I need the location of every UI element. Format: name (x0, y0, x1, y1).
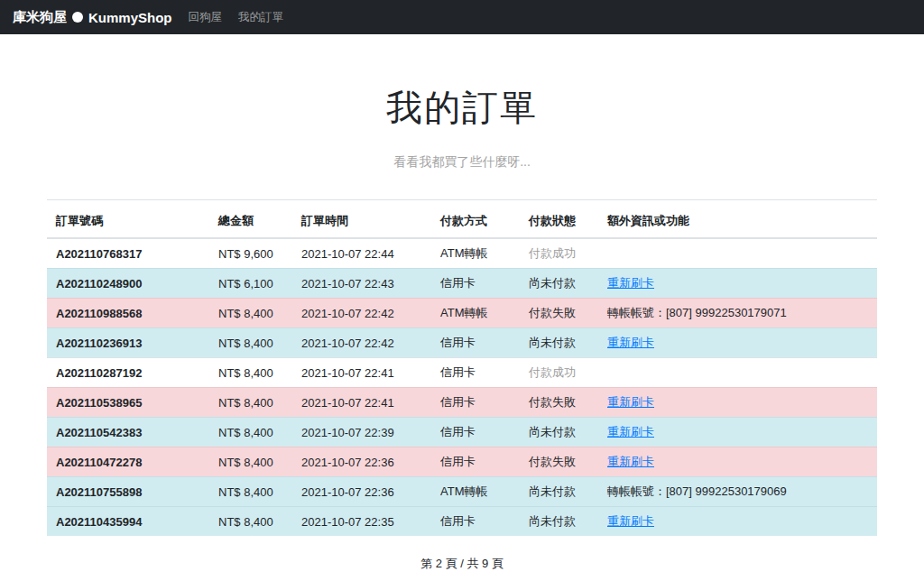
order-time-cell: 2021-10-07 22:42 (292, 299, 431, 328)
extra-cell: 重新刷卡 (598, 418, 877, 447)
amount-cell: NT$ 6,100 (209, 269, 292, 299)
extra-cell: 重新刷卡 (598, 507, 877, 537)
brand-logo-icon (72, 12, 83, 23)
table-row: A202110768317NT$ 9,6002021-10-07 22:44AT… (47, 238, 877, 269)
amount-cell: NT$ 8,400 (209, 418, 292, 447)
table-row: A202110248900NT$ 6,1002021-10-07 22:43信用… (47, 269, 877, 299)
page-subtitle: 看看我都買了些什麼呀... (0, 154, 924, 171)
header-order-time: 訂單時間 (292, 200, 431, 239)
nav-link-home[interactable]: 回狗屋 (189, 10, 223, 25)
amount-cell: NT$ 8,400 (209, 477, 292, 507)
table-row: A202110435994NT$ 8,4002021-10-07 22:35信用… (47, 507, 877, 537)
amount-cell: NT$ 8,400 (209, 507, 292, 537)
order-id-cell: A202110435994 (47, 507, 209, 537)
order-time-cell: 2021-10-07 22:41 (292, 358, 431, 388)
extra-cell (598, 358, 877, 388)
retry-card-link[interactable]: 重新刷卡 (607, 425, 654, 438)
payment-method-cell: 信用卡 (431, 418, 520, 447)
order-id-cell: A202110755898 (47, 477, 209, 507)
payment-status-cell: 付款失敗 (520, 299, 598, 328)
brand-text-left: 庫米狗屋 (13, 9, 67, 26)
page-summary: 第 2 頁 / 共 9 頁 (0, 556, 924, 572)
table-row: A202110236913NT$ 8,4002021-10-07 22:42信用… (47, 328, 877, 358)
orders-table-head: 訂單號碼 總金額 訂單時間 付款方式 付款狀態 額外資訊或功能 (47, 200, 877, 239)
amount-cell: NT$ 8,400 (209, 358, 292, 388)
retry-card-link[interactable]: 重新刷卡 (607, 336, 654, 349)
payment-method-cell: 信用卡 (431, 447, 520, 477)
amount-cell: NT$ 8,400 (209, 299, 292, 328)
payment-status-cell: 尚未付款 (520, 507, 598, 537)
order-time-cell: 2021-10-07 22:41 (292, 388, 431, 418)
brand-link[interactable]: 庫米狗屋 KummyShop (13, 9, 172, 26)
brand-text-right: KummyShop (88, 10, 172, 25)
header-payment-method: 付款方式 (431, 200, 520, 239)
order-time-cell: 2021-10-07 22:36 (292, 447, 431, 477)
extra-cell: 重新刷卡 (598, 447, 877, 477)
order-id-cell: A202110538965 (47, 388, 209, 418)
payment-status-cell: 付款成功 (520, 358, 598, 388)
order-id-cell: A202110988568 (47, 299, 209, 328)
order-id-cell: A202110248900 (47, 269, 209, 299)
header-amount: 總金額 (209, 200, 292, 239)
payment-method-cell: 信用卡 (431, 328, 520, 358)
extra-cell: 轉帳帳號：[807] 99922530179071 (598, 299, 877, 328)
payment-status-cell: 付款失敗 (520, 447, 598, 477)
order-time-cell: 2021-10-07 22:35 (292, 507, 431, 537)
navbar: 庫米狗屋 KummyShop 回狗屋 我的訂單 (0, 0, 924, 34)
header-order-id: 訂單號碼 (47, 200, 209, 239)
extra-cell: 重新刷卡 (598, 269, 877, 299)
retry-card-link[interactable]: 重新刷卡 (607, 514, 654, 528)
payment-status-cell: 付款失敗 (520, 388, 598, 418)
order-time-cell: 2021-10-07 22:36 (292, 477, 431, 507)
table-row: A202110538965NT$ 8,4002021-10-07 22:41信用… (47, 388, 877, 418)
extra-cell: 轉帳帳號：[807] 99922530179069 (598, 477, 877, 507)
payment-status-cell: 尚未付款 (520, 477, 598, 507)
order-id-cell: A202110768317 (47, 238, 209, 269)
payment-method-cell: ATM轉帳 (431, 299, 520, 328)
order-id-cell: A202110236913 (47, 328, 209, 358)
retry-card-link[interactable]: 重新刷卡 (607, 276, 654, 290)
table-row: A202110542383NT$ 8,4002021-10-07 22:39信用… (47, 418, 877, 447)
orders-table-wrap: 訂單號碼 總金額 訂單時間 付款方式 付款狀態 額外資訊或功能 A2021107… (47, 199, 877, 536)
payment-status-cell: 尚未付款 (520, 269, 598, 299)
orders-tbody: A202110768317NT$ 9,6002021-10-07 22:44AT… (47, 238, 877, 536)
table-row: A202110755898NT$ 8,4002021-10-07 22:36AT… (47, 477, 877, 507)
nav-links: 回狗屋 我的訂單 (189, 10, 284, 25)
extra-cell: 重新刷卡 (598, 388, 877, 418)
order-time-cell: 2021-10-07 22:43 (292, 269, 431, 299)
order-time-cell: 2021-10-07 22:39 (292, 418, 431, 447)
order-id-cell: A202110542383 (47, 418, 209, 447)
retry-card-link[interactable]: 重新刷卡 (607, 455, 654, 468)
page-title: 我的訂單 (0, 83, 924, 133)
payment-method-cell: 信用卡 (431, 358, 520, 388)
table-row: A202110287192NT$ 8,4002021-10-07 22:41信用… (47, 358, 877, 388)
header-row: 訂單號碼 總金額 訂單時間 付款方式 付款狀態 額外資訊或功能 (47, 200, 877, 239)
table-row: A202110988568NT$ 8,4002021-10-07 22:42AT… (47, 299, 877, 328)
payment-status-cell: 尚未付款 (520, 418, 598, 447)
extra-cell: 重新刷卡 (598, 328, 877, 358)
orders-table: 訂單號碼 總金額 訂單時間 付款方式 付款狀態 額外資訊或功能 A2021107… (47, 199, 877, 536)
order-time-cell: 2021-10-07 22:44 (292, 238, 431, 269)
payment-status-cell: 尚未付款 (520, 328, 598, 358)
payment-method-cell: ATM轉帳 (431, 477, 520, 507)
nav-link-my-orders[interactable]: 我的訂單 (238, 10, 283, 25)
payment-method-cell: 信用卡 (431, 388, 520, 418)
payment-method-cell: ATM轉帳 (431, 238, 520, 269)
retry-card-link[interactable]: 重新刷卡 (607, 395, 654, 409)
amount-cell: NT$ 8,400 (209, 328, 292, 358)
amount-cell: NT$ 9,600 (209, 238, 292, 269)
header-payment-status: 付款狀態 (520, 200, 598, 239)
payment-method-cell: 信用卡 (431, 507, 520, 537)
amount-cell: NT$ 8,400 (209, 388, 292, 418)
order-id-cell: A202110287192 (47, 358, 209, 388)
payment-status-cell: 付款成功 (520, 238, 598, 269)
amount-cell: NT$ 8,400 (209, 447, 292, 477)
table-row: A202110472278NT$ 8,4002021-10-07 22:36信用… (47, 447, 877, 477)
order-time-cell: 2021-10-07 22:42 (292, 328, 431, 358)
order-id-cell: A202110472278 (47, 447, 209, 477)
payment-method-cell: 信用卡 (431, 269, 520, 299)
header-extra-info: 額外資訊或功能 (598, 200, 877, 239)
extra-cell (598, 238, 877, 269)
